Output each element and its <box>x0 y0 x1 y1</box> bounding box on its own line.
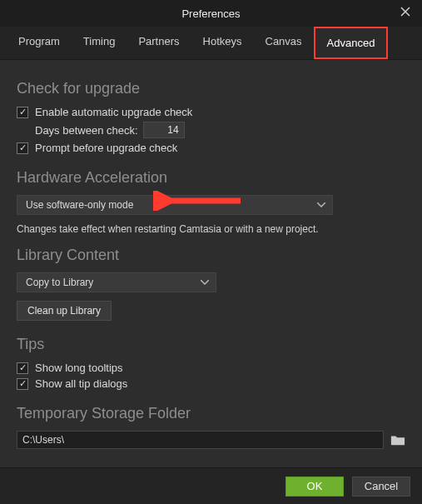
tab-timing[interactable]: Timing <box>72 27 127 59</box>
checkbox-prompt-upgrade[interactable]: ✓ <box>17 142 28 154</box>
label-long-tooltips: Show long tooltips <box>35 362 123 374</box>
chevron-down-icon <box>317 202 325 207</box>
dropdown-hwaccel-value: Use software-only mode <box>26 199 133 211</box>
label-prompt-upgrade: Prompt before upgrade check <box>35 142 177 154</box>
checkbox-all-tip-dialogs[interactable]: ✓ <box>17 378 28 390</box>
section-upgrade-title: Check for upgrade <box>17 80 405 97</box>
content-area: Check for upgrade ✓ Enable automatic upg… <box>0 60 422 449</box>
section-hwaccel-title: Hardware Acceleration <box>17 169 405 187</box>
section-library-title: Library Content <box>17 247 405 264</box>
chevron-down-icon <box>201 280 209 285</box>
hwaccel-hint: Changes take effect when restarting Camt… <box>17 223 405 235</box>
folder-icon[interactable] <box>390 433 405 447</box>
section-storage-title: Temporary Storage Folder <box>17 405 405 422</box>
ok-button[interactable]: OK <box>285 477 344 497</box>
cleanup-library-button[interactable]: Clean up Library <box>17 301 112 321</box>
tab-canvas[interactable]: Canvas <box>254 27 314 59</box>
tab-bar: Program Timing Partners Hotkeys Canvas A… <box>0 27 422 60</box>
footer-bar: OK Cancel <box>0 467 422 504</box>
dropdown-library-mode[interactable]: Copy to Library <box>17 272 216 292</box>
checkbox-enable-upgrade[interactable]: ✓ <box>17 107 28 118</box>
dropdown-library-value: Copy to Library <box>26 277 93 288</box>
tab-partners[interactable]: Partners <box>127 27 191 59</box>
checkbox-long-tooltips[interactable]: ✓ <box>17 362 28 374</box>
label-days-between: Days between check: <box>35 124 138 137</box>
section-tips-title: Tips <box>17 336 405 353</box>
tab-hotkeys[interactable]: Hotkeys <box>191 27 254 59</box>
label-enable-upgrade: Enable automatic upgrade check <box>35 106 192 118</box>
tab-advanced[interactable]: Advanced <box>314 27 389 59</box>
cancel-button[interactable]: Cancel <box>352 477 410 497</box>
input-storage-path[interactable] <box>17 431 384 449</box>
window-title: Preferences <box>181 7 240 20</box>
tab-program[interactable]: Program <box>7 27 72 59</box>
close-icon[interactable] <box>399 5 414 20</box>
label-all-tip-dialogs: Show all tip dialogs <box>35 377 127 390</box>
dropdown-hwaccel-mode[interactable]: Use software-only mode <box>17 195 333 215</box>
title-bar: Preferences <box>0 0 422 27</box>
input-days-between[interactable] <box>143 122 185 138</box>
